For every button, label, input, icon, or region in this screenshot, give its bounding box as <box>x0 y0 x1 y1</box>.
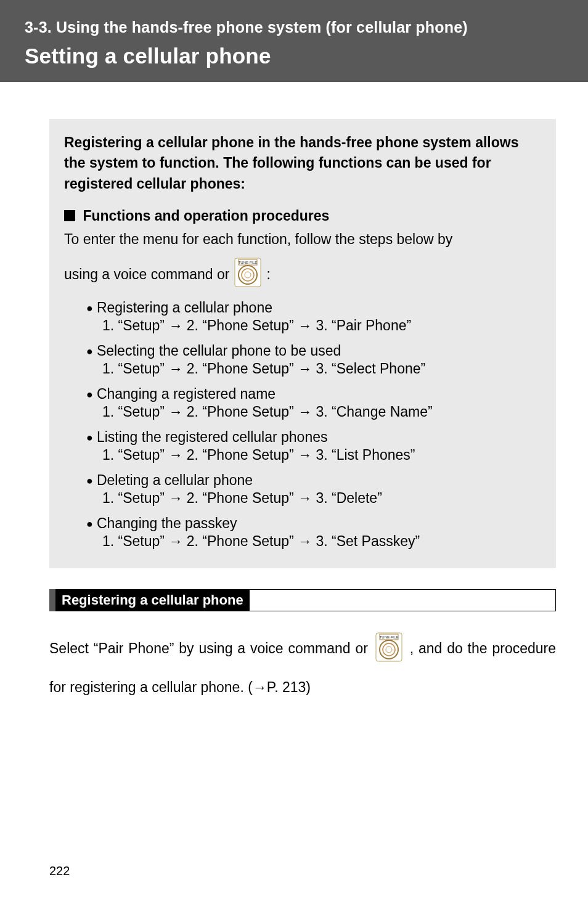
lead-text: To enter the menu for each function, fol… <box>64 229 541 249</box>
page-number: 222 <box>49 864 70 878</box>
section-bar-accent <box>49 589 55 611</box>
section-header-bar: Registering a cellular phone <box>49 589 556 611</box>
section-banner: 3-3. Using the hands-free phone system (… <box>0 0 588 82</box>
round-bullet-icon: ● <box>86 475 93 487</box>
list-item: ●Selecting the cellular phone to be used… <box>86 343 541 377</box>
round-bullet-icon: ● <box>86 345 93 357</box>
item-steps: 1. “Setup” → 2. “Phone Setup” → 3. “List… <box>86 447 541 463</box>
item-title: Registering a cellular phone <box>97 300 272 316</box>
item-steps: 1. “Setup” → 2. “Phone Setup” → 3. “Sele… <box>86 361 541 377</box>
round-bullet-icon: ● <box>86 431 93 444</box>
item-title: Changing the passkey <box>97 515 237 531</box>
intro-text: Registering a cellular phone in the hand… <box>64 132 541 194</box>
round-bullet-icon: ● <box>86 388 93 401</box>
list-item: ●Registering a cellular phone1. “Setup” … <box>86 300 541 334</box>
item-steps: 1. “Setup” → 2. “Phone Setup” → 3. “Set … <box>86 533 541 550</box>
section-bar-label-wrap: Registering a cellular phone <box>55 589 250 611</box>
svg-text:TUNE·FILE: TUNE·FILE <box>239 261 258 264</box>
item-steps: 1. “Setup” → 2. “Phone Setup” → 3. “Chan… <box>86 404 541 420</box>
item-title: Changing a registered name <box>97 386 276 402</box>
voice-suffix: : <box>266 266 270 283</box>
section-bar-rule <box>250 589 556 611</box>
tune-knob-icon: TUNE·FILE <box>375 632 402 672</box>
body-paragraph: Select “Pair Phone” by using a voice com… <box>49 632 556 702</box>
list-item: ●Deleting a cellular phone1. “Setup” → 2… <box>86 472 541 507</box>
body-part1: Select “Pair Phone” by using a voice com… <box>49 640 368 656</box>
item-title: Deleting a cellular phone <box>97 472 253 488</box>
overview-box: Registering a cellular phone in the hand… <box>49 119 556 568</box>
svg-text:TUNE·FILE: TUNE·FILE <box>379 635 398 639</box>
voice-prefix: using a voice command or <box>64 266 229 283</box>
item-steps: 1. “Setup” → 2. “Phone Setup” → 3. “Dele… <box>86 490 541 507</box>
section-bar-label: Registering a cellular phone <box>62 592 243 608</box>
list-item: ●Changing the passkey1. “Setup” → 2. “Ph… <box>86 515 541 550</box>
square-bullet-icon <box>64 210 75 221</box>
round-bullet-icon: ● <box>86 518 93 530</box>
banner-title: Setting a cellular phone <box>25 44 563 68</box>
functions-subhead: Functions and operation procedures <box>64 208 541 224</box>
tune-knob-icon: TUNE·FILE <box>234 258 261 291</box>
item-steps: 1. “Setup” → 2. “Phone Setup” → 3. “Pair… <box>86 317 541 334</box>
list-item: ●Listing the registered cellular phones1… <box>86 429 541 463</box>
item-title: Listing the registered cellular phones <box>97 429 328 445</box>
banner-subtitle: 3-3. Using the hands-free phone system (… <box>25 18 563 36</box>
functions-subhead-text: Functions and operation procedures <box>83 208 329 224</box>
round-bullet-icon: ● <box>86 302 93 314</box>
item-title: Selecting the cellular phone to be used <box>97 343 341 359</box>
function-list: ●Registering a cellular phone1. “Setup” … <box>64 300 541 550</box>
list-item: ●Changing a registered name1. “Setup” → … <box>86 386 541 420</box>
voice-command-row: using a voice command or TUNE·FILE : <box>64 258 541 291</box>
